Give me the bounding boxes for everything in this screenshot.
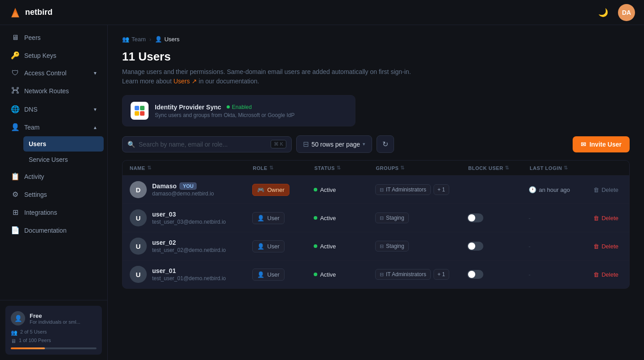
block-toggle-user02[interactable]: [467, 242, 483, 251]
app-logo[interactable]: netbird: [9, 6, 53, 19]
sidebar-item-integrations[interactable]: ⊞ Integrations: [4, 204, 104, 221]
groups-plus-damaso: + 1: [434, 184, 449, 195]
rows-per-page-button[interactable]: ⊟ 50 rows per page ▾: [296, 135, 372, 153]
last-login-cell-user03: -: [529, 215, 590, 221]
sidebar-item-network-routes[interactable]: Network Routes: [4, 82, 104, 100]
status-cell-user02: Active: [314, 243, 375, 250]
sidebar-item-activity[interactable]: 📋 Activity: [4, 168, 104, 185]
sidebar-footer: 👤 Free For individuals or sml... 👥 2 of …: [0, 300, 107, 360]
user-role-icon: 👤: [257, 271, 264, 278]
block-toggle-user01[interactable]: [467, 270, 483, 279]
sidebar-item-peers[interactable]: 🖥 Peers: [4, 29, 104, 46]
invite-user-button[interactable]: ✉ Invite User: [573, 136, 630, 152]
user-name-row-damaso: Damaso YOU: [152, 182, 214, 190]
status-dot-user01: [314, 273, 317, 276]
sort-block-icon[interactable]: ⇅: [505, 165, 509, 171]
last-login-dash-user02: -: [529, 243, 530, 250]
block-cell-user03[interactable]: [467, 213, 529, 222]
sidebar-item-access-control[interactable]: 🛡 Access Control ▾: [4, 65, 104, 82]
table-header: NAME ⇅ ROLE ⇅ STATUS ⇅ GROUPS ⇅ BLOCK US…: [123, 160, 629, 176]
user-initial-user01: U: [130, 266, 147, 283]
sidebar-item-documentation[interactable]: 📄 Documentation: [4, 221, 104, 239]
plan-card: 👤 Free For individuals or sml... 👥 2 of …: [5, 306, 102, 355]
sort-role-icon[interactable]: ⇅: [269, 165, 274, 171]
invite-icon: ✉: [581, 141, 586, 148]
sidebar-item-settings[interactable]: ⚙ Settings: [4, 186, 104, 203]
refresh-button[interactable]: ↻: [377, 135, 394, 153]
role-cell-damaso: 🎮 Owner: [252, 184, 314, 196]
user-email-user01: test_user_01@demo.netbird.io: [152, 275, 226, 282]
last-login-cell-user02: -: [529, 243, 590, 250]
owner-icon: 🎮: [257, 187, 264, 193]
role-cell-user03: 👤 User: [252, 212, 314, 224]
sort-name-icon[interactable]: ⇅: [147, 165, 152, 171]
sort-last-login-icon[interactable]: ⇅: [564, 165, 568, 171]
svg-rect-4: [140, 106, 145, 110]
plan-sub: For individuals or sml...: [30, 319, 80, 325]
group-badge-staging-u02: ⊟ Staging: [375, 241, 409, 252]
breadcrumb-separator: ›: [149, 36, 151, 43]
groups-cell-user01: ⊟ IT Administrators + 1: [375, 269, 467, 280]
sidebar-item-setup-keys[interactable]: 🔑 Setup Keys: [4, 47, 104, 64]
status-dot-user02: [314, 244, 317, 248]
usage-progress-fill: [11, 347, 45, 349]
user-email-user02: test_user_02@demo.netbird.io: [152, 247, 226, 253]
user-name-user02: user_02: [152, 239, 176, 246]
user-name-row-user03: user_03: [152, 211, 226, 218]
user-name-user03: user_03: [152, 211, 176, 218]
group-badge-staging: ⊟ Staging: [375, 213, 409, 223]
search-shortcut: ⌘ K: [271, 140, 286, 148]
sidebar-nav: 🖥 Peers 🔑 Setup Keys 🛡 Access Control ▾ …: [0, 25, 107, 300]
block-cell-user02[interactable]: [467, 242, 529, 251]
delete-button-user02[interactable]: 🗑 Delete: [590, 241, 622, 252]
user-name-wrap-user02: user_02 test_user_02@demo.netbird.io: [152, 239, 226, 253]
user-role-icon: 👤: [257, 243, 264, 250]
idp-card[interactable]: Identity Provider Sync Enabled Sync user…: [122, 95, 355, 126]
block-cell-user01[interactable]: [467, 270, 529, 279]
sidebar-item-dns[interactable]: 🌐 DNS ▾: [4, 100, 104, 118]
delete-icon-damaso: 🗑: [593, 187, 599, 193]
groups-cell-user02: ⊟ Staging: [375, 241, 467, 252]
block-toggle-user03[interactable]: [467, 213, 483, 222]
th-groups: GROUPS ⇅: [376, 165, 469, 171]
delete-icon-user02: 🗑: [593, 243, 599, 250]
user-name-row-user02: user_02: [152, 239, 226, 246]
delete-button-user03[interactable]: 🗑 Delete: [590, 213, 622, 223]
sidebar: 🖥 Peers 🔑 Setup Keys 🛡 Access Control ▾ …: [0, 25, 108, 360]
idp-logo: [131, 102, 149, 120]
delete-button-user01[interactable]: 🗑 Delete: [590, 269, 622, 280]
breadcrumb-users: 👤 Users: [155, 36, 180, 43]
page-description: Manage users and their permissions. Same…: [122, 67, 630, 86]
access-control-icon: 🛡: [11, 69, 20, 77]
th-status: STATUS ⇅: [314, 165, 376, 171]
group-icon: ⊟: [380, 272, 384, 278]
sort-status-icon[interactable]: ⇅: [337, 165, 341, 171]
sidebar-item-users[interactable]: Users: [23, 136, 104, 152]
sidebar-item-team[interactable]: 👤 Team ▴: [4, 118, 104, 136]
groups-cell-user03: ⊟ Staging: [375, 213, 467, 223]
status-cell-user03: Active: [314, 215, 375, 221]
user-avatar[interactable]: DA: [618, 4, 635, 21]
status-cell-user01: Active: [314, 271, 375, 278]
delete-button-damaso[interactable]: 🗑 Delete: [590, 185, 622, 195]
sidebar-item-service-users[interactable]: Service Users: [23, 152, 104, 167]
team-submenu: Users Service Users: [0, 136, 107, 167]
sort-groups-icon[interactable]: ⇅: [400, 165, 405, 171]
access-control-chevron: ▾: [94, 70, 96, 76]
breadcrumb: 👥 Team › 👤 Users: [122, 36, 630, 43]
svg-rect-3: [135, 106, 139, 110]
rows-icon: ⊟: [303, 140, 309, 148]
users-doc-link[interactable]: Users ↗: [173, 78, 197, 85]
theme-toggle[interactable]: 🌙: [596, 5, 611, 20]
footer-user-row: 👤 Free For individuals or sml...: [11, 311, 96, 325]
main-content: 👥 Team › 👤 Users 11 Users Manage users a…: [108, 25, 644, 360]
idp-title: Identity Provider Sync: [155, 104, 221, 111]
user-initial-damaso: D: [130, 181, 147, 198]
search-input[interactable]: [122, 136, 292, 152]
group-badge-it-admins-u01: ⊟ IT Administrators: [375, 269, 431, 280]
group-icon: ⊟: [380, 243, 384, 249]
user-initial-user03: U: [130, 209, 147, 226]
th-actions: [591, 165, 622, 171]
actions-cell-user01: 🗑 Delete: [590, 269, 622, 280]
you-badge: YOU: [180, 182, 197, 190]
